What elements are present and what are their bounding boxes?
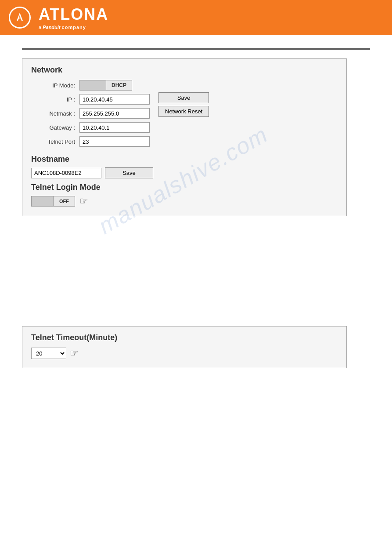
hostname-input[interactable] [31,168,101,178]
network-form-section: IP Mode: DHCP IP : Netmask : [31,80,338,150]
gateway-label: Gateway : [31,124,79,131]
network-fields: IP Mode: DHCP IP : Netmask : [31,80,150,150]
hostname-row: Save [31,167,338,178]
gateway-row: Gateway : [31,122,150,133]
network-reset-button[interactable]: Network Reset [158,106,209,117]
telnet-port-input[interactable] [79,136,150,147]
ip-input[interactable] [79,94,150,105]
save-network-button[interactable]: Save [158,92,209,103]
logo-subtext: a Panduit company [39,25,113,30]
top-divider [22,48,370,50]
ip-mode-label: IP Mode: [31,82,79,89]
toggle-off[interactable]: OFF [53,196,75,207]
netmask-input[interactable] [79,108,150,119]
cursor-hand-icon: ☞ [79,196,88,207]
telnet-timeout-panel: Telnet Timeout(Minute) 5 10 15 20 30 60 … [22,326,347,368]
toggle-static[interactable] [79,80,106,91]
netmask-row: Netmask : [31,108,150,119]
telnet-login-title: Telnet Login Mode [31,183,338,192]
ip-row: IP : [31,94,150,105]
logo: ATLONA a Panduit company [9,5,113,30]
timeout-cursor-icon: ☞ [70,348,79,359]
toggle-on[interactable] [31,196,53,207]
header: ATLONA a Panduit company [0,0,392,35]
telnet-port-row: Telnet Port [31,136,150,147]
save-hostname-button[interactable]: Save [105,167,153,178]
gateway-input[interactable] [79,122,150,133]
telnet-login-row: OFF ☞ [31,196,338,207]
telnet-login-toggle[interactable]: OFF [31,196,75,207]
network-title: Network [31,65,338,75]
main-content: Network IP Mode: DHCP IP : [0,54,392,381]
network-buttons: Save Network Reset [158,92,209,117]
telnet-timeout-title: Telnet Timeout(Minute) [31,333,338,342]
toggle-dhcp[interactable]: DHCP [106,80,132,91]
network-panel: Network IP Mode: DHCP IP : [22,58,347,216]
hostname-title: Hostname [31,155,338,164]
netmask-label: Netmask : [31,110,79,117]
telnet-timeout-row: 5 10 15 20 30 60 ☞ [31,348,338,359]
logo-circle-icon [9,7,31,29]
ip-mode-row: IP Mode: DHCP [31,80,150,91]
ip-label: IP : [31,96,79,103]
logo-text: ATLONA [39,5,108,24]
ip-mode-toggle[interactable]: DHCP [79,80,132,91]
telnet-timeout-select[interactable]: 5 10 15 20 30 60 [31,348,66,359]
telnet-port-label: Telnet Port [31,138,79,145]
